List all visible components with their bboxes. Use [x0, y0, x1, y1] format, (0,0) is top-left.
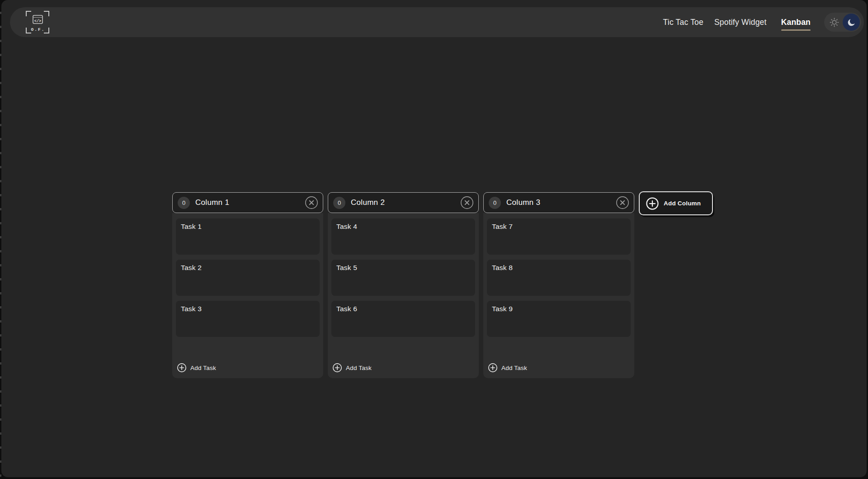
kanban-column-2: 0 Column 2 Task 4 Task 5 Task 6 [328, 192, 479, 378]
logo-initials: O.F. [31, 27, 45, 32]
logo-frame-icon: </> O.F. [25, 10, 50, 34]
moon-icon [847, 18, 856, 27]
add-task-label: Add Task [190, 365, 216, 371]
task-card[interactable]: Task 9 [487, 301, 631, 337]
nav-links: Tic Tac Toe Spotify Widget Kanban [663, 18, 811, 27]
nav-link-kanban[interactable]: Kanban [781, 18, 811, 27]
plus-icon [488, 363, 498, 373]
task-card[interactable]: Task 8 [487, 260, 631, 296]
sun-icon [829, 17, 840, 28]
close-icon [616, 196, 629, 209]
nav-link-spotify-widget[interactable]: Spotify Widget [714, 18, 767, 27]
add-task-button[interactable]: Add Task [176, 362, 217, 374]
delete-column-button[interactable] [305, 196, 318, 209]
column-title: Column 1 [195, 198, 299, 207]
column-title: Column 2 [351, 198, 455, 207]
column-body: Task 1 Task 2 Task 3 Add Task [172, 213, 323, 378]
dark-mode-button[interactable] [843, 14, 860, 31]
task-count-badge: 0 [489, 197, 501, 209]
logo-code-glyph: </> [34, 19, 41, 24]
theme-toggle[interactable] [824, 13, 861, 32]
task-card[interactable]: Task 4 [331, 218, 475, 255]
kanban-column-1: 0 Column 1 Task 1 Task 2 Task 3 [172, 192, 323, 378]
column-title: Column 3 [506, 198, 610, 207]
column-body: Task 4 Task 5 Task 6 Add Task [328, 213, 479, 378]
task-card[interactable]: Task 1 [176, 218, 320, 255]
task-card[interactable]: Task 7 [487, 218, 631, 255]
column-body: Task 7 Task 8 Task 9 Add Task [483, 213, 634, 378]
delete-column-button[interactable] [460, 196, 474, 209]
app-root: </> O.F. Tic Tac Toe Spotify Widget Kanb… [0, 0, 868, 479]
column-header: 0 Column 3 [483, 192, 634, 213]
close-icon [305, 196, 318, 209]
logo[interactable]: </> O.F. [25, 10, 50, 34]
plus-icon [646, 197, 659, 210]
left-edge-ruler [0, 0, 1, 479]
add-task-label: Add Task [501, 365, 527, 371]
add-column-button[interactable]: Add Column [639, 191, 713, 215]
add-task-button[interactable]: Add Task [331, 362, 373, 374]
close-icon [460, 196, 474, 209]
add-task-button[interactable]: Add Task [487, 362, 528, 374]
add-task-label: Add Task [346, 365, 372, 371]
plus-icon [177, 363, 187, 373]
task-card[interactable]: Task 3 [176, 301, 320, 337]
task-count-badge: 0 [333, 197, 345, 209]
light-mode-button[interactable] [826, 14, 843, 31]
kanban-column-3: 0 Column 3 Task 7 Task 8 Task 9 [483, 192, 634, 378]
navbar: </> O.F. Tic Tac Toe Spotify Widget Kanb… [10, 7, 864, 37]
add-column-label: Add Column [664, 200, 701, 207]
task-card[interactable]: Task 6 [331, 301, 475, 337]
plus-icon [332, 363, 342, 373]
app-surface: </> O.F. Tic Tac Toe Spotify Widget Kanb… [1, 0, 867, 477]
delete-column-button[interactable] [616, 196, 629, 209]
column-header: 0 Column 1 [172, 192, 323, 213]
nav-link-tic-tac-toe[interactable]: Tic Tac Toe [663, 18, 703, 27]
column-header: 0 Column 2 [328, 192, 479, 213]
kanban-board: 0 Column 1 Task 1 Task 2 Task 3 [172, 192, 713, 378]
task-count-badge: 0 [178, 197, 190, 209]
task-card[interactable]: Task 5 [331, 260, 475, 296]
task-card[interactable]: Task 2 [176, 260, 320, 296]
